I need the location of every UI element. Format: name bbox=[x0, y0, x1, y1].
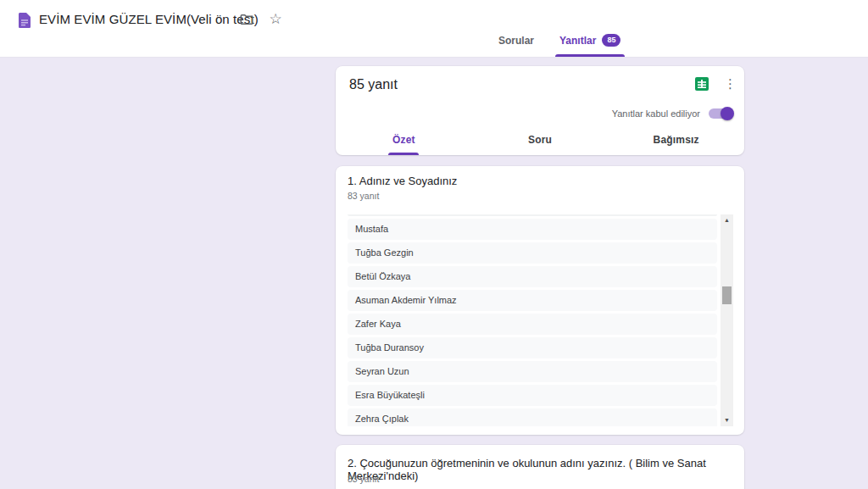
more-options-icon[interactable]: ⋮ bbox=[724, 77, 732, 91]
scroll-up-icon[interactable]: ▲ bbox=[721, 214, 733, 226]
header-nav-tabs: Sorular Yanıtlar 85 bbox=[497, 34, 622, 57]
app-header: EVİM EVİM GÜZEL EVİM(Veli ön test) ☆ Sor… bbox=[0, 0, 868, 58]
tab-yanitlar[interactable]: Yanıtlar 85 bbox=[558, 34, 622, 57]
scrollbar-thumb[interactable] bbox=[722, 286, 732, 304]
answer-row: Asuman Akdemir Yılmaz bbox=[348, 290, 717, 311]
tab-sorular[interactable]: Sorular bbox=[497, 35, 536, 57]
question1-card: 1. Adınız ve Soyadınız 83 yanıt Mustafa … bbox=[336, 166, 744, 435]
responses-total-title: 85 yanıt bbox=[349, 77, 398, 92]
tab-bagimsiz-label: Bağımsız bbox=[654, 134, 699, 146]
partially-scrolled-answer-row bbox=[348, 214, 717, 216]
question2-card: 2. Çocuğunuzun öğretmeninin ve okulunun … bbox=[336, 445, 744, 489]
scroll-down-icon[interactable]: ▼ bbox=[721, 414, 733, 426]
tab-yanitlar-label: Yanıtlar bbox=[559, 35, 596, 47]
question1-response-count: 83 yanıt bbox=[348, 191, 379, 201]
responses-count-badge: 85 bbox=[602, 34, 620, 47]
answers-scrollbar[interactable]: ▲ ▼ bbox=[721, 214, 733, 426]
question1-title: 1. Adınız ve Soyadınız bbox=[348, 175, 457, 187]
toggle-knob bbox=[721, 107, 734, 120]
move-to-folder-icon[interactable] bbox=[239, 12, 254, 27]
question2-response-count: 83 yanıt bbox=[348, 474, 379, 484]
tab-ozet-label: Özet bbox=[392, 134, 415, 146]
answer-row: Esra Büyükateşli bbox=[348, 385, 717, 406]
create-spreadsheet-icon[interactable] bbox=[695, 77, 709, 91]
screen: EVİM EVİM GÜZEL EVİM(Veli ön test) ☆ Sor… bbox=[0, 0, 868, 489]
tab-ozet[interactable]: Özet bbox=[336, 125, 472, 155]
summary-card-actions: ⋮ bbox=[695, 77, 732, 91]
responses-summary-card: 85 yanıt ⋮ Yanıtlar kabul ediliyor Özet bbox=[336, 66, 744, 155]
accepting-responses-toggle[interactable] bbox=[709, 108, 732, 119]
answer-row: Mustafa bbox=[348, 219, 717, 240]
tab-bagimsiz[interactable]: Bağımsız bbox=[608, 125, 744, 155]
question1-answers-list: Mustafa Tuğba Gezgin Betül Özkaya Asuman… bbox=[348, 214, 717, 426]
summary-tabs: Özet Soru Bağımsız bbox=[336, 125, 744, 155]
question2-title: 2. Çocuğunuzun öğretmeninin ve okulunun … bbox=[348, 457, 744, 482]
active-tab-underline bbox=[555, 54, 625, 57]
ozet-tab-underline bbox=[388, 153, 419, 155]
accepting-responses-label: Yanıtlar kabul ediliyor bbox=[612, 108, 700, 119]
answer-row: Seyran Uzun bbox=[348, 361, 717, 382]
tab-soru-label: Soru bbox=[528, 134, 552, 146]
answer-row: Tuğba Duransoy bbox=[348, 337, 717, 358]
accepting-responses-row: Yanıtlar kabul ediliyor bbox=[612, 108, 732, 119]
answer-row: Zehra Çıplak bbox=[348, 408, 717, 426]
form-title: EVİM EVİM GÜZEL EVİM(Veli ön test) bbox=[39, 12, 259, 26]
tab-sorular-label: Sorular bbox=[498, 35, 534, 47]
form-file-icon bbox=[19, 13, 31, 28]
answer-row: Tuğba Gezgin bbox=[348, 242, 717, 264]
tab-soru[interactable]: Soru bbox=[472, 125, 609, 155]
answer-row: Zafer Kaya bbox=[348, 314, 717, 335]
answer-row: Betül Özkaya bbox=[348, 266, 717, 287]
star-icon[interactable]: ☆ bbox=[268, 12, 283, 27]
